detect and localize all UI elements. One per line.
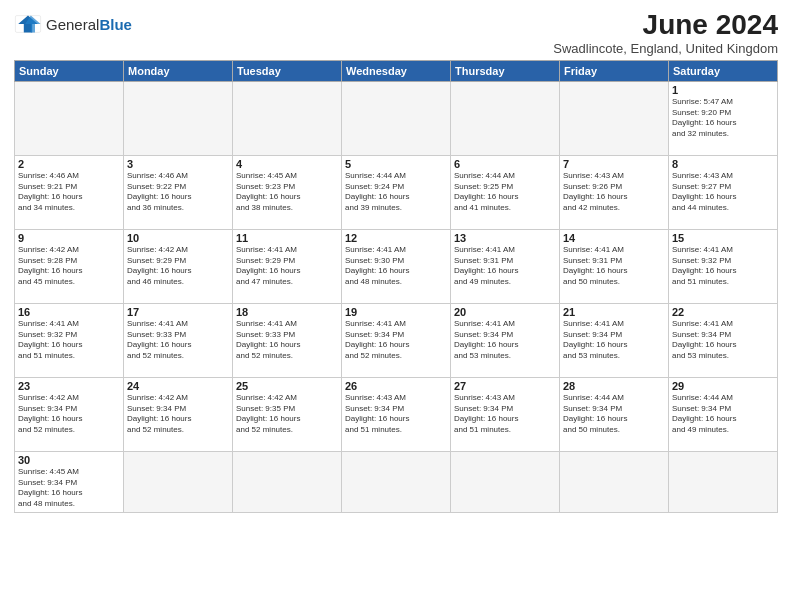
day-number: 16 — [18, 306, 120, 318]
day-number: 26 — [345, 380, 447, 392]
calendar-table: Sunday Monday Tuesday Wednesday Thursday… — [14, 60, 778, 513]
calendar-cell — [124, 451, 233, 512]
calendar-cell: 26Sunrise: 4:43 AMSunset: 9:34 PMDayligh… — [342, 377, 451, 451]
calendar-cell — [15, 81, 124, 155]
day-number: 11 — [236, 232, 338, 244]
day-info: Sunrise: 4:42 AMSunset: 9:28 PMDaylight:… — [18, 245, 120, 288]
day-info: Sunrise: 4:42 AMSunset: 9:34 PMDaylight:… — [18, 393, 120, 436]
day-info: Sunrise: 4:42 AMSunset: 9:29 PMDaylight:… — [127, 245, 229, 288]
day-number: 23 — [18, 380, 120, 392]
calendar-cell: 4Sunrise: 4:45 AMSunset: 9:23 PMDaylight… — [233, 155, 342, 229]
day-info: Sunrise: 4:45 AMSunset: 9:34 PMDaylight:… — [18, 467, 120, 510]
calendar-cell: 20Sunrise: 4:41 AMSunset: 9:34 PMDayligh… — [451, 303, 560, 377]
calendar-cell: 21Sunrise: 4:41 AMSunset: 9:34 PMDayligh… — [560, 303, 669, 377]
weekday-header-row: Sunday Monday Tuesday Wednesday Thursday… — [15, 60, 778, 81]
day-info: Sunrise: 5:47 AMSunset: 9:20 PMDaylight:… — [672, 97, 774, 140]
day-number: 12 — [345, 232, 447, 244]
header-sunday: Sunday — [15, 60, 124, 81]
calendar-cell: 24Sunrise: 4:42 AMSunset: 9:34 PMDayligh… — [124, 377, 233, 451]
day-number: 20 — [454, 306, 556, 318]
day-number: 24 — [127, 380, 229, 392]
day-number: 14 — [563, 232, 665, 244]
day-number: 8 — [672, 158, 774, 170]
day-info: Sunrise: 4:44 AMSunset: 9:34 PMDaylight:… — [672, 393, 774, 436]
title-block: June 2024 Swadlincote, England, United K… — [553, 10, 778, 56]
day-info: Sunrise: 4:43 AMSunset: 9:26 PMDaylight:… — [563, 171, 665, 214]
header-tuesday: Tuesday — [233, 60, 342, 81]
day-number: 9 — [18, 232, 120, 244]
calendar-cell — [342, 451, 451, 512]
day-info: Sunrise: 4:41 AMSunset: 9:34 PMDaylight:… — [563, 319, 665, 362]
day-info: Sunrise: 4:41 AMSunset: 9:32 PMDaylight:… — [18, 319, 120, 362]
calendar-cell — [233, 451, 342, 512]
calendar-cell: 29Sunrise: 4:44 AMSunset: 9:34 PMDayligh… — [669, 377, 778, 451]
day-info: Sunrise: 4:43 AMSunset: 9:27 PMDaylight:… — [672, 171, 774, 214]
day-number: 28 — [563, 380, 665, 392]
day-info: Sunrise: 4:46 AMSunset: 9:21 PMDaylight:… — [18, 171, 120, 214]
calendar-cell: 9Sunrise: 4:42 AMSunset: 9:28 PMDaylight… — [15, 229, 124, 303]
day-info: Sunrise: 4:41 AMSunset: 9:33 PMDaylight:… — [127, 319, 229, 362]
calendar-cell: 17Sunrise: 4:41 AMSunset: 9:33 PMDayligh… — [124, 303, 233, 377]
day-info: Sunrise: 4:44 AMSunset: 9:24 PMDaylight:… — [345, 171, 447, 214]
logo-icon — [14, 10, 42, 38]
calendar-cell: 13Sunrise: 4:41 AMSunset: 9:31 PMDayligh… — [451, 229, 560, 303]
day-number: 17 — [127, 306, 229, 318]
day-info: Sunrise: 4:42 AMSunset: 9:34 PMDaylight:… — [127, 393, 229, 436]
calendar-cell: 28Sunrise: 4:44 AMSunset: 9:34 PMDayligh… — [560, 377, 669, 451]
logo: GeneralBlue — [14, 10, 132, 38]
day-info: Sunrise: 4:41 AMSunset: 9:34 PMDaylight:… — [454, 319, 556, 362]
calendar-cell — [451, 81, 560, 155]
day-number: 3 — [127, 158, 229, 170]
day-number: 7 — [563, 158, 665, 170]
day-info: Sunrise: 4:43 AMSunset: 9:34 PMDaylight:… — [454, 393, 556, 436]
calendar-cell — [560, 81, 669, 155]
calendar-cell: 1Sunrise: 5:47 AMSunset: 9:20 PMDaylight… — [669, 81, 778, 155]
logo-text: GeneralBlue — [46, 17, 132, 32]
day-info: Sunrise: 4:44 AMSunset: 9:25 PMDaylight:… — [454, 171, 556, 214]
calendar-cell — [124, 81, 233, 155]
calendar-cell: 12Sunrise: 4:41 AMSunset: 9:30 PMDayligh… — [342, 229, 451, 303]
day-number: 21 — [563, 306, 665, 318]
calendar-cell: 25Sunrise: 4:42 AMSunset: 9:35 PMDayligh… — [233, 377, 342, 451]
calendar-cell: 22Sunrise: 4:41 AMSunset: 9:34 PMDayligh… — [669, 303, 778, 377]
day-info: Sunrise: 4:44 AMSunset: 9:34 PMDaylight:… — [563, 393, 665, 436]
day-info: Sunrise: 4:41 AMSunset: 9:31 PMDaylight:… — [563, 245, 665, 288]
calendar-cell — [342, 81, 451, 155]
header-thursday: Thursday — [451, 60, 560, 81]
day-number: 4 — [236, 158, 338, 170]
calendar-cell — [451, 451, 560, 512]
calendar-cell: 7Sunrise: 4:43 AMSunset: 9:26 PMDaylight… — [560, 155, 669, 229]
day-info: Sunrise: 4:41 AMSunset: 9:30 PMDaylight:… — [345, 245, 447, 288]
calendar-cell — [560, 451, 669, 512]
calendar-cell: 5Sunrise: 4:44 AMSunset: 9:24 PMDaylight… — [342, 155, 451, 229]
header-wednesday: Wednesday — [342, 60, 451, 81]
day-number: 5 — [345, 158, 447, 170]
calendar-cell: 18Sunrise: 4:41 AMSunset: 9:33 PMDayligh… — [233, 303, 342, 377]
day-info: Sunrise: 4:41 AMSunset: 9:34 PMDaylight:… — [672, 319, 774, 362]
header-monday: Monday — [124, 60, 233, 81]
header-saturday: Saturday — [669, 60, 778, 81]
day-info: Sunrise: 4:41 AMSunset: 9:34 PMDaylight:… — [345, 319, 447, 362]
day-number: 29 — [672, 380, 774, 392]
day-number: 2 — [18, 158, 120, 170]
calendar-cell — [669, 451, 778, 512]
day-number: 27 — [454, 380, 556, 392]
day-number: 18 — [236, 306, 338, 318]
day-info: Sunrise: 4:46 AMSunset: 9:22 PMDaylight:… — [127, 171, 229, 214]
calendar-cell: 30Sunrise: 4:45 AMSunset: 9:34 PMDayligh… — [15, 451, 124, 512]
calendar-cell: 27Sunrise: 4:43 AMSunset: 9:34 PMDayligh… — [451, 377, 560, 451]
day-info: Sunrise: 4:41 AMSunset: 9:32 PMDaylight:… — [672, 245, 774, 288]
calendar-cell: 16Sunrise: 4:41 AMSunset: 9:32 PMDayligh… — [15, 303, 124, 377]
month-year-title: June 2024 — [553, 10, 778, 41]
calendar-cell: 14Sunrise: 4:41 AMSunset: 9:31 PMDayligh… — [560, 229, 669, 303]
calendar-cell: 6Sunrise: 4:44 AMSunset: 9:25 PMDaylight… — [451, 155, 560, 229]
day-info: Sunrise: 4:43 AMSunset: 9:34 PMDaylight:… — [345, 393, 447, 436]
day-info: Sunrise: 4:45 AMSunset: 9:23 PMDaylight:… — [236, 171, 338, 214]
day-number: 30 — [18, 454, 120, 466]
page: GeneralBlue June 2024 Swadlincote, Engla… — [0, 0, 792, 612]
day-info: Sunrise: 4:42 AMSunset: 9:35 PMDaylight:… — [236, 393, 338, 436]
calendar-cell: 2Sunrise: 4:46 AMSunset: 9:21 PMDaylight… — [15, 155, 124, 229]
calendar-cell: 19Sunrise: 4:41 AMSunset: 9:34 PMDayligh… — [342, 303, 451, 377]
day-info: Sunrise: 4:41 AMSunset: 9:29 PMDaylight:… — [236, 245, 338, 288]
day-info: Sunrise: 4:41 AMSunset: 9:31 PMDaylight:… — [454, 245, 556, 288]
